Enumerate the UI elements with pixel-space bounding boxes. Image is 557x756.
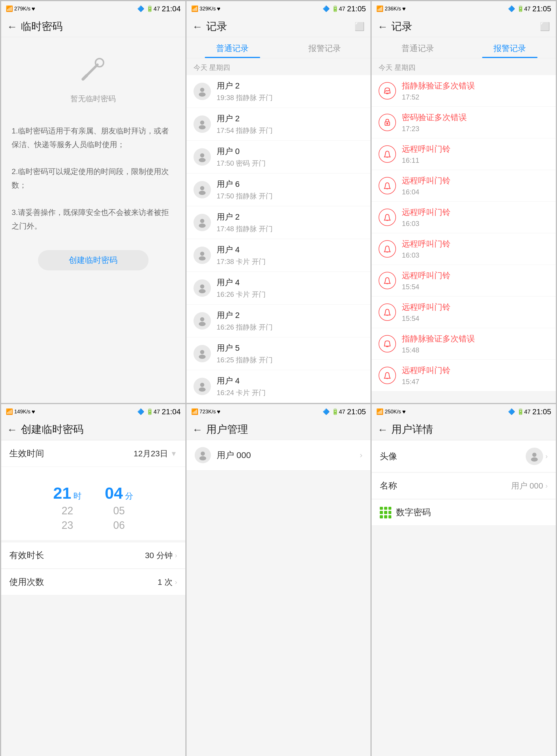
effective-time-label: 生效时间	[9, 447, 44, 460]
heart-icon-5: ♥	[217, 408, 221, 415]
svg-point-13	[199, 257, 205, 261]
main-grid: 📶 279K/s ♥ 🔷 🔋47 21:04 ← 临时密码	[0, 0, 557, 756]
duration-row[interactable]: 有效时长 30 分钟 ›	[1, 543, 185, 569]
status-bar-4: 📶 149K/s ♥ 🔷 🔋47 21:04	[1, 404, 185, 419]
page-title-3: 记录	[391, 20, 540, 34]
heart-icon-4: ♥	[32, 408, 35, 415]
alert-item-2: 远程呼叫门铃 16:11	[372, 138, 556, 170]
calendar-icon-2[interactable]: ⬜	[354, 22, 365, 31]
battery-icon-6: 🔋47	[517, 408, 531, 415]
svg-point-4	[200, 120, 204, 124]
section-header-2: 今天 星期四	[186, 58, 371, 75]
record-info-3: 用户 6 17:50 指静脉 开门	[217, 179, 364, 201]
alert-info-7: 远程呼叫门铃 15:54	[402, 302, 549, 323]
svg-point-16	[200, 317, 204, 321]
grid-dot-9	[388, 515, 392, 518]
grid-dot-8	[384, 515, 387, 518]
back-button-2[interactable]: ←	[192, 21, 203, 33]
hour-column: 21 时 22 23	[53, 481, 82, 531]
record-info-8: 用户 5 16:25 指静脉 开门	[217, 343, 364, 365]
time-2: 21:05	[347, 4, 366, 13]
user-name-detail: 用户 000	[511, 481, 544, 491]
tab-alert-records-2[interactable]: 报警记录	[278, 37, 371, 58]
usage-row[interactable]: 使用次数 1 次 ›	[1, 569, 185, 595]
svg-line-1	[86, 66, 96, 76]
tab-normal-3[interactable]: 普通记录	[372, 37, 464, 58]
name-row[interactable]: 名称 用户 000 ›	[372, 473, 556, 499]
minute-current: 04 分	[105, 484, 133, 502]
record-info-1: 用户 2 17:54 指静脉 开门	[217, 113, 364, 135]
status-left-2: 📶 329K/s ♥	[191, 5, 221, 12]
records-content: 今天 星期四 用户 2 19:38 指静脉 开门 用户 2 17:54 指静脉 …	[186, 58, 371, 403]
panel-user-management: 📶 723K/s ♥ 🔷 🔋47 21:05 ← 用户管理 用户 000 ›	[186, 404, 371, 756]
chevron-down-icon: ▼	[170, 449, 177, 458]
back-button-6[interactable]: ←	[377, 424, 388, 436]
calendar-icon-3[interactable]: ⬜	[540, 22, 550, 31]
record-name-3: 用户 6	[217, 179, 364, 190]
user-item-0[interactable]: 用户 000 ›	[186, 440, 371, 470]
status-left-4: 📶 149K/s ♥	[6, 408, 35, 415]
record-name-0: 用户 2	[217, 80, 364, 91]
back-button-3[interactable]: ←	[377, 21, 388, 33]
alert-title-5: 远程呼叫门铃	[402, 238, 549, 250]
page-title-6: 用户详情	[391, 423, 550, 437]
alert-item-8: 指静脉验证多次错误 15:48	[372, 328, 556, 360]
back-button-5[interactable]: ←	[192, 424, 203, 436]
grid-dot-2	[384, 507, 387, 510]
alert-time-3: 16:04	[402, 188, 549, 196]
usage-value: 1 次 ›	[157, 577, 177, 588]
battery-icon-1: 🔋47	[146, 5, 160, 12]
bluetooth-icon: 🔷	[137, 5, 144, 12]
page-header-3: ← 记录 ⬜	[372, 16, 556, 37]
status-left-3: 📶 236K/s ♥	[376, 5, 406, 12]
alert-time-4: 16:03	[402, 220, 549, 228]
svg-point-18	[200, 350, 204, 354]
avatar-row[interactable]: 头像 ›	[372, 441, 556, 472]
back-button-1[interactable]: ←	[7, 21, 18, 33]
create-temp-password-button[interactable]: 创建临时密码	[38, 250, 149, 270]
record-avatar-2	[194, 148, 211, 166]
alert-time-9: 15:47	[402, 378, 549, 386]
record-item-3: 用户 6 17:50 指静脉 开门	[186, 173, 371, 206]
page-title-5: 用户管理	[206, 423, 365, 437]
alert-icon-0	[379, 82, 396, 99]
page-header-6: ← 用户详情	[372, 419, 556, 440]
alert-title-1: 密码验证多次错误	[402, 112, 549, 123]
tab-alert-3[interactable]: 报警记录	[464, 37, 556, 58]
alert-info-4: 远程呼叫门铃 16:03	[402, 207, 549, 228]
minute-column: 04 分 05 06	[105, 481, 133, 531]
status-bar-1: 📶 279K/s ♥ 🔷 🔋47 21:04	[1, 1, 185, 16]
page-content-1: 暂无临时密码 1.临时密码适用于有亲属、朋友临时拜访，或者保洁、快递等服务人员临…	[1, 37, 185, 403]
record-detail-1: 17:54 指静脉 开门	[217, 126, 364, 135]
alert-icon-7	[379, 303, 396, 321]
hour-after-val: 23	[61, 519, 73, 531]
tabs-3: 普通记录 报警记录	[372, 37, 556, 58]
panel-alert-records: 📶 236K/s ♥ 🔷 🔋47 21:05 ← 记录 ⬜ 普通记录 报警记录 …	[372, 1, 556, 403]
grid-dot-5	[384, 511, 387, 514]
alert-time-2: 16:11	[402, 156, 549, 165]
time-3: 21:05	[532, 4, 551, 13]
alert-title-9: 远程呼叫门铃	[402, 365, 549, 376]
effective-time-row[interactable]: 生效时间 12月23日 ▼	[1, 441, 185, 467]
password-feature-row[interactable]: 数字密码	[372, 499, 556, 526]
tab-normal-records[interactable]: 普通记录	[186, 37, 278, 58]
record-name-8: 用户 5	[217, 343, 364, 354]
duration-val: 30 分钟	[145, 550, 173, 561]
info-content: 1.临时密码适用于有亲属、朋友临时拜访，或者保洁、快递等服务人员临时使用；	[11, 126, 169, 149]
record-avatar-5	[194, 246, 211, 264]
bluetooth-icon-2: 🔷	[323, 5, 330, 12]
record-name-7: 用户 2	[217, 310, 364, 321]
record-detail-4: 17:48 指静脉 开门	[217, 224, 364, 234]
status-right-5: 🔷 🔋47 21:05	[323, 407, 366, 416]
record-item-9: 用户 4 16:24 卡片 开门	[186, 370, 371, 403]
alert-icon-9	[379, 367, 396, 384]
alert-title-3: 远程呼叫门铃	[402, 175, 549, 186]
name-label: 名称	[380, 480, 397, 492]
minute-next-val: 05	[113, 505, 125, 517]
alert-icon-3	[379, 177, 396, 194]
heart-icon: ♥	[32, 5, 35, 12]
status-right-4: 🔷 🔋47 21:04	[137, 407, 180, 416]
user-detail-content: 头像 › 名称 用户 000 ›	[372, 440, 556, 756]
info-content-2: 2.临时密码可以规定使用的时间段，限制使用次数；	[11, 167, 169, 190]
back-button-4[interactable]: ←	[7, 424, 18, 436]
